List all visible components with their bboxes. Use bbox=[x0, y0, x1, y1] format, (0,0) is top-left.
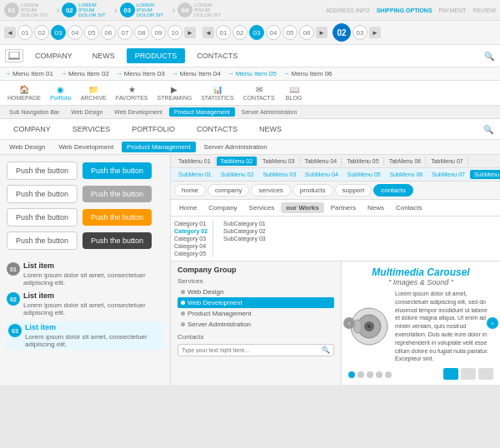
menu-item-3[interactable]: →Menu Item 03 bbox=[116, 70, 165, 77]
push-btn-outline-1[interactable]: Push the button bbox=[7, 162, 78, 180]
dnav-ourworks[interactable]: our Works bbox=[281, 202, 323, 213]
carousel-icon-1[interactable] bbox=[443, 368, 458, 380]
tabmenu-2[interactable]: TabMenu 02 bbox=[217, 157, 258, 166]
second-tab-news[interactable]: NEWS bbox=[251, 122, 290, 136]
subtab-4[interactable]: Product Management bbox=[169, 107, 235, 117]
step-7[interactable]: 07 bbox=[118, 25, 132, 40]
second-subtab-2[interactable]: Web Development bbox=[53, 142, 118, 152]
step-10[interactable]: 10 bbox=[168, 25, 182, 40]
step-2[interactable]: 02 bbox=[34, 25, 49, 40]
nav-tab-products[interactable]: PRODUCTS bbox=[127, 48, 186, 63]
submenu-2[interactable]: SubMenu 02 bbox=[217, 170, 258, 179]
step-3[interactable]: 03 bbox=[51, 25, 66, 40]
subtab-2[interactable]: Web Design bbox=[66, 107, 108, 117]
subnav-portfolio[interactable]: ◉ Portfolio bbox=[47, 83, 75, 102]
subtab-5[interactable]: Server Administration bbox=[237, 107, 302, 117]
submenu-7[interactable]: SubMenu 07 bbox=[428, 170, 469, 179]
second-tab-company[interactable]: COMPANY bbox=[5, 122, 59, 136]
submenu-6[interactable]: SubMenu 06 bbox=[386, 170, 428, 179]
subtab-3[interactable]: Web Development bbox=[109, 107, 167, 117]
dnav-partners[interactable]: Partners bbox=[326, 202, 361, 213]
step-big[interactable]: 02 bbox=[332, 23, 351, 42]
step-next-btn-2[interactable]: ► bbox=[316, 27, 328, 38]
submenu-3[interactable]: SubMenu 03 bbox=[258, 170, 300, 179]
tabmenu-6[interactable]: TabMenu 06 bbox=[385, 157, 427, 166]
pill-home[interactable]: home bbox=[174, 184, 206, 197]
subnav-statistics[interactable]: 📊 STATISTICS bbox=[198, 83, 237, 102]
menu-item-2[interactable]: →Menu Item 02 bbox=[60, 70, 109, 77]
submenu-5[interactable]: SubMenu 05 bbox=[343, 170, 385, 179]
step-r4[interactable]: 04 bbox=[266, 25, 281, 40]
pill-support[interactable]: support bbox=[335, 184, 372, 197]
step-r2[interactable]: 02 bbox=[232, 25, 248, 40]
push-btn-dark[interactable]: Push the button bbox=[82, 232, 152, 249]
push-btn-outline-4[interactable]: Push the button bbox=[7, 231, 78, 250]
submenu-8[interactable]: SubMenu 08 bbox=[470, 170, 500, 179]
dot-3[interactable] bbox=[367, 371, 373, 378]
search-icon[interactable]: 🔍 bbox=[483, 50, 495, 62]
menu-item-4[interactable]: →Menu Item 04 bbox=[172, 70, 221, 77]
dnav-news[interactable]: News bbox=[362, 202, 389, 213]
carousel-prev-btn[interactable]: ‹ bbox=[343, 317, 355, 329]
mega-subcat-2[interactable]: SubCategory 02 bbox=[218, 227, 266, 235]
nav-tab-contacts[interactable]: CONTACTS bbox=[188, 48, 246, 63]
carousel-next-btn[interactable]: › bbox=[487, 317, 498, 329]
subnav-contacts[interactable]: ✉ CONTACTS bbox=[240, 83, 278, 102]
tabmenu-3[interactable]: TabMenu 03 bbox=[258, 157, 300, 166]
service-item-webdesign[interactable]: Web Design bbox=[178, 286, 334, 297]
pill-products[interactable]: products bbox=[292, 184, 333, 197]
mega-cat-3[interactable]: Category 03 bbox=[174, 235, 208, 242]
step-r1[interactable]: 01 bbox=[216, 25, 231, 40]
mega-subcat-3[interactable]: SubCategory 03 bbox=[218, 235, 266, 242]
dnav-company[interactable]: Company bbox=[203, 202, 242, 213]
menu-item-6[interactable]: →Menu Item 06 bbox=[283, 70, 332, 77]
subnav-homepage[interactable]: 🏠 HOMEPAGE bbox=[4, 83, 44, 102]
second-subtab-1[interactable]: Web Design bbox=[4, 142, 50, 152]
subtab-1[interactable]: Sub Navigation Bar bbox=[4, 107, 64, 117]
pill-services[interactable]: services bbox=[251, 184, 290, 197]
second-subtab-4[interactable]: Server Administration bbox=[199, 142, 272, 152]
progress-step-4[interactable]: 04 LOREM IPSUM DOLOR SIT bbox=[178, 2, 228, 17]
step-5[interactable]: 05 bbox=[84, 25, 99, 40]
mega-cat-2[interactable]: Category 02 bbox=[174, 227, 208, 235]
step-8[interactable]: 08 bbox=[134, 25, 149, 40]
second-tab-services[interactable]: SERVICES bbox=[64, 122, 118, 136]
second-search-icon[interactable]: 🔍 bbox=[483, 125, 495, 134]
submenu-1[interactable]: SubMenu 01 bbox=[174, 170, 216, 179]
second-tab-contacts[interactable]: CONTACTS bbox=[188, 122, 246, 136]
step-1[interactable]: 01 bbox=[18, 25, 32, 40]
subnav-blog[interactable]: 📖 BLOG bbox=[281, 83, 308, 102]
push-btn-gray[interactable]: Push the button bbox=[82, 186, 152, 202]
step-r3[interactable]: 03 bbox=[249, 25, 264, 40]
progress-step-3[interactable]: 03 LOREM IPSUM DOLOR SIT bbox=[120, 2, 170, 17]
carousel-icon-2[interactable] bbox=[461, 368, 476, 380]
step-4[interactable]: 04 bbox=[68, 25, 82, 40]
dot-1[interactable] bbox=[348, 371, 355, 378]
contacts-search[interactable]: 🔍 bbox=[178, 344, 334, 356]
tabmenu-1[interactable]: TabMenu 01 bbox=[174, 157, 216, 166]
step-6[interactable]: 06 bbox=[101, 25, 116, 40]
push-btn-outline-3[interactable]: Push the button bbox=[7, 208, 78, 226]
dot-4[interactable] bbox=[376, 371, 382, 378]
step-prev-btn[interactable]: ◄ bbox=[4, 27, 16, 38]
second-subtab-3[interactable]: Product Management bbox=[122, 142, 196, 152]
pill-company[interactable]: company bbox=[208, 184, 249, 197]
search-submit-icon[interactable]: 🔍 bbox=[322, 346, 330, 354]
tabmenu-5[interactable]: TabMenu 05 bbox=[342, 157, 384, 166]
step-r5[interactable]: 05 bbox=[282, 25, 298, 40]
pill-contacts[interactable]: contacts bbox=[373, 184, 413, 197]
menu-item-1[interactable]: →Menu Item 01 bbox=[4, 70, 53, 77]
nav-tab-news[interactable]: NEWS bbox=[84, 48, 123, 63]
mega-cat-1[interactable]: Category 01 bbox=[174, 220, 208, 227]
subnav-archive[interactable]: 📁 ARCHIVE bbox=[78, 83, 110, 102]
dnav-contacts[interactable]: Contacts bbox=[391, 202, 428, 213]
submenu-4[interactable]: SubMenu 04 bbox=[301, 170, 342, 179]
contacts-search-input[interactable] bbox=[182, 347, 322, 353]
service-item-serveradmin[interactable]: Server Administration bbox=[178, 319, 334, 330]
progress-step-2[interactable]: 02 LOREM IPSUM DOLOR SIT bbox=[62, 2, 112, 17]
tabmenu-4[interactable]: TabMenu 04 bbox=[301, 157, 342, 166]
dot-2[interactable] bbox=[358, 371, 364, 378]
nav-tab-company[interactable]: COMPANY bbox=[27, 48, 81, 63]
step-next-btn-3[interactable]: ► bbox=[369, 27, 381, 38]
dnav-home[interactable]: Home bbox=[174, 202, 202, 213]
